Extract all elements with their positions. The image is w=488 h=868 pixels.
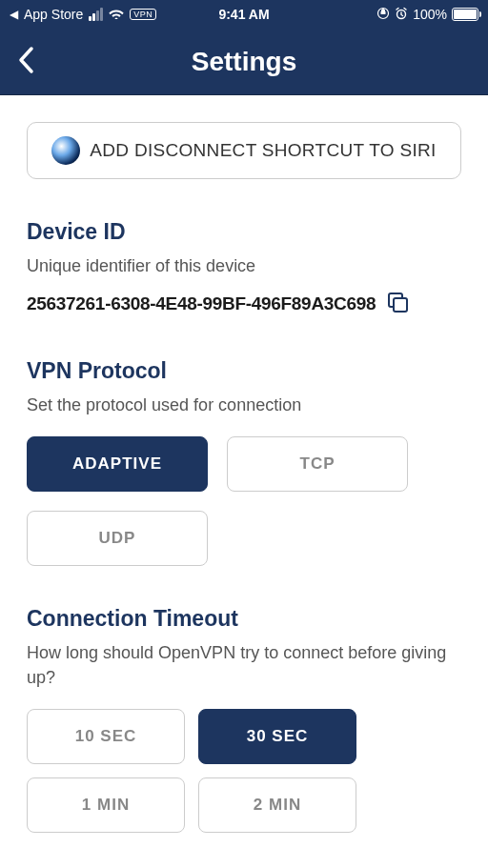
protocol-option-tcp[interactable]: TCP — [227, 436, 408, 492]
alarm-icon — [395, 7, 408, 23]
connection-timeout-desc: How long should OpenVPN try to connect b… — [27, 641, 461, 689]
device-id-value: 25637261-6308-4E48-99BF-496F89A3C698 — [27, 293, 376, 314]
timeout-option-10sec[interactable]: 10 SEC — [27, 709, 185, 764]
content: ADD DISCONNECT SHORTCUT TO SIRI Device I… — [0, 95, 488, 859]
orientation-lock-icon — [376, 7, 390, 23]
add-siri-shortcut-button[interactable]: ADD DISCONNECT SHORTCUT TO SIRI — [27, 122, 461, 179]
copy-icon[interactable] — [385, 290, 410, 318]
battery-icon — [452, 8, 478, 21]
protocol-options: ADAPTIVE TCP UDP — [27, 436, 461, 566]
device-id-section: Device ID Unique identifier of this devi… — [27, 219, 461, 318]
page-title: Settings — [192, 47, 296, 77]
vpn-protocol-desc: Set the protocol used for connection — [27, 394, 461, 417]
vpn-protocol-heading: VPN Protocol — [27, 358, 461, 384]
back-to-app-label[interactable]: App Store — [24, 7, 83, 22]
device-id-heading: Device ID — [27, 219, 461, 245]
cellular-signal-icon — [89, 8, 103, 21]
vpn-indicator: VPN — [130, 9, 156, 20]
status-bar: ◀ App Store VPN 9:41 AM 100% — [0, 0, 488, 29]
svg-rect-3 — [394, 298, 407, 312]
back-to-app-icon[interactable]: ◀ — [10, 8, 18, 21]
wifi-icon — [109, 7, 124, 22]
device-id-desc: Unique identifier of this device — [27, 254, 461, 278]
nav-header: Settings — [0, 29, 488, 95]
siri-icon — [51, 136, 80, 165]
protocol-option-adaptive[interactable]: ADAPTIVE — [27, 436, 208, 492]
connection-timeout-heading: Connection Timeout — [27, 606, 461, 632]
clock: 9:41 AM — [218, 7, 269, 22]
vpn-protocol-section: VPN Protocol Set the protocol used for c… — [27, 358, 461, 566]
timeout-option-1min[interactable]: 1 MIN — [27, 777, 185, 833]
siri-button-label: ADD DISCONNECT SHORTCUT TO SIRI — [90, 140, 436, 161]
timeout-options: 10 SEC 30 SEC 1 MIN 2 MIN — [27, 709, 461, 833]
protocol-option-udp[interactable]: UDP — [27, 511, 208, 566]
back-button[interactable] — [17, 46, 34, 78]
battery-pct: 100% — [413, 7, 447, 22]
timeout-option-30sec[interactable]: 30 SEC — [198, 709, 356, 764]
connection-timeout-section: Connection Timeout How long should OpenV… — [27, 606, 461, 832]
timeout-option-2min[interactable]: 2 MIN — [198, 777, 356, 833]
